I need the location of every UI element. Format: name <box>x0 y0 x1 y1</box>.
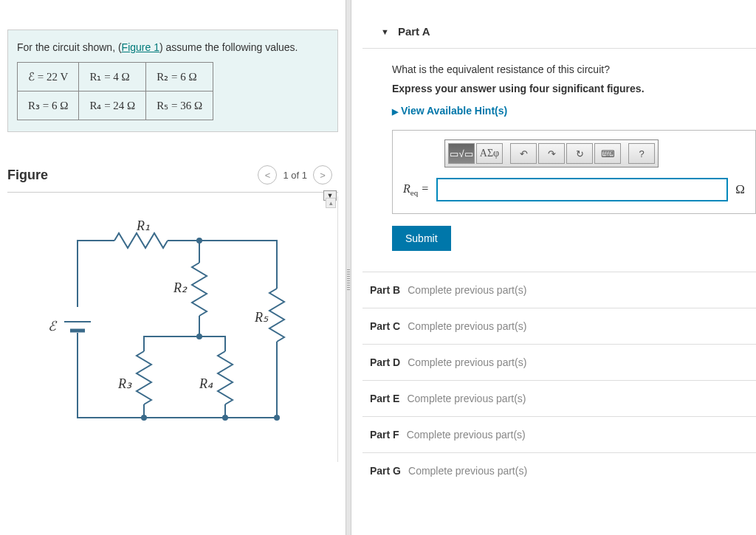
svg-point-6 <box>275 415 279 420</box>
problem-statement: For the circuit shown, (Figure 1) assume… <box>7 30 338 132</box>
pager-prev-button[interactable]: < <box>258 165 277 184</box>
label-r1: R₁ <box>136 218 150 233</box>
cell-r5: R₅ = 36 Ω <box>146 92 213 120</box>
submit-button[interactable]: Submit <box>392 226 451 251</box>
intro-prefix: For the circuit shown, ( <box>17 41 122 53</box>
part-a-question: What is the equivalent resistance of thi… <box>392 63 756 75</box>
cell-r2: R₂ = 6 Ω <box>146 63 213 92</box>
pager-next-button[interactable]: > <box>313 165 332 184</box>
values-table: ℰ = 22 V R₁ = 4 Ω R₂ = 6 Ω R₃ = 6 Ω R₄ =… <box>17 62 213 120</box>
label-r5: R₅ <box>254 310 269 325</box>
part-c-locked: Part CComplete previous part(s) <box>362 308 756 344</box>
figure-pager: < 1 of 1 > <box>258 165 332 184</box>
part-d-locked: Part DComplete previous part(s) <box>362 344 756 380</box>
undo-button[interactable]: ↶ <box>510 143 537 164</box>
label-r3: R₃ <box>117 376 132 391</box>
hints-label: View Available Hint(s) <box>401 105 507 117</box>
figure-title: Figure <box>7 168 48 183</box>
answer-box: ▭√▭ ΑΣφ ↶ ↷ ↻ ⌨ ? Req = Ω <box>392 130 756 214</box>
label-emf: ℰ <box>48 319 58 334</box>
part-f-locked: Part FComplete previous part(s) <box>362 416 756 452</box>
part-a-header[interactable]: ▼ Part A <box>362 15 756 49</box>
redo-button[interactable]: ↷ <box>538 143 565 164</box>
circuit-diagram: R₁ R₂ R₃ R₄ R₅ ℰ <box>33 218 306 447</box>
svg-point-2 <box>197 238 202 243</box>
left-panel: For the circuit shown, (Figure 1) assume… <box>0 0 346 535</box>
part-e-locked: Part EComplete previous part(s) <box>362 380 756 416</box>
intro-suffix: ) assume the following values. <box>159 41 298 53</box>
keyboard-button[interactable]: ⌨ <box>594 143 621 164</box>
part-b-locked: Part BComplete previous part(s) <box>362 272 756 308</box>
figure-divider <box>7 192 338 193</box>
help-button[interactable]: ? <box>628 143 655 164</box>
answer-input[interactable] <box>436 178 728 201</box>
part-g-locked: Part GComplete previous part(s) <box>362 452 756 489</box>
hints-toggle[interactable]: ▶View Available Hint(s) <box>392 105 756 117</box>
figure-header: Figure < 1 of 1 > <box>7 165 338 184</box>
part-a-instruction: Express your answer using four significa… <box>392 83 756 94</box>
equation-toolbar: ▭√▭ ΑΣφ ↶ ↷ ↻ ⌨ ? <box>444 139 659 168</box>
templates-button[interactable]: ▭√▭ <box>448 143 475 164</box>
cell-emf: ℰ = 22 V <box>18 63 79 92</box>
svg-point-5 <box>223 415 227 420</box>
problem-intro: For the circuit shown, (Figure 1) assume… <box>17 41 329 53</box>
label-r2: R₂ <box>173 280 188 295</box>
cell-r4: R₄ = 24 Ω <box>79 92 146 120</box>
locked-parts: Part BComplete previous part(s) Part CCo… <box>362 272 756 489</box>
cell-r1: R₁ = 4 Ω <box>79 63 146 92</box>
svg-point-4 <box>142 415 146 420</box>
cell-r3: R₃ = 6 Ω <box>18 92 79 120</box>
right-panel: ▼ Part A What is the equivalent resistan… <box>351 0 756 535</box>
reset-button[interactable]: ↻ <box>566 143 593 164</box>
greek-button[interactable]: ΑΣφ <box>476 143 503 164</box>
panel-divider[interactable] <box>346 0 351 535</box>
figure-link[interactable]: Figure 1 <box>122 41 159 53</box>
collapse-triangle-icon: ▼ <box>381 27 389 36</box>
equation-row: Req = Ω <box>400 178 748 201</box>
pager-text: 1 of 1 <box>283 170 307 181</box>
scroll-up-icon[interactable]: ▴ <box>326 198 336 208</box>
part-a-title: Part A <box>398 25 430 38</box>
figure-area: ▴ <box>7 196 338 462</box>
answer-variable: Req = <box>403 182 429 197</box>
part-a-body: What is the equivalent resistance of thi… <box>362 49 756 251</box>
label-r4: R₄ <box>199 376 213 391</box>
answer-unit: Ω <box>735 182 745 197</box>
svg-point-3 <box>197 334 202 339</box>
chevron-right-icon: ▶ <box>392 107 398 116</box>
